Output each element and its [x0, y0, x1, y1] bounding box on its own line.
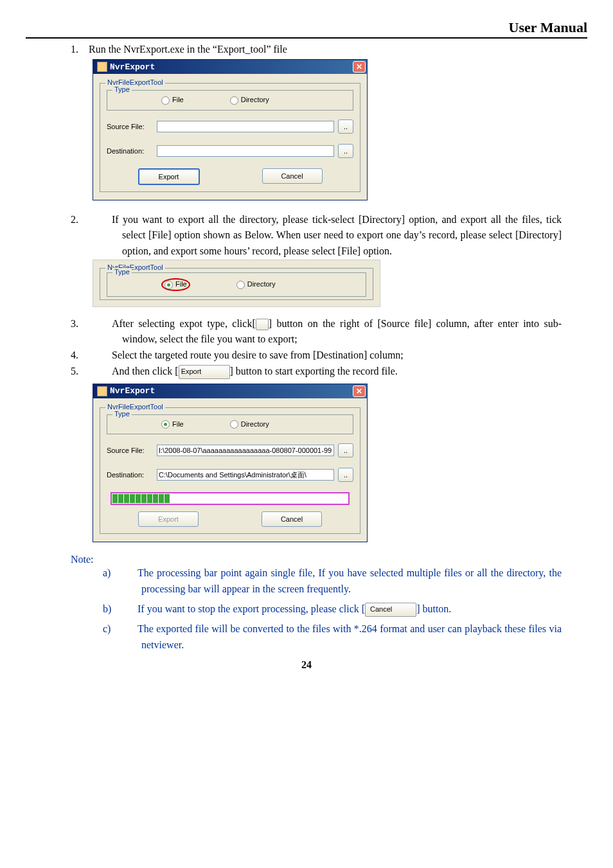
- destination-input[interactable]: [157, 145, 334, 157]
- note-text: The processing bar point again single fi…: [138, 567, 562, 594]
- source-file-input[interactable]: [157, 445, 334, 456]
- step-num: 4.: [96, 348, 112, 364]
- text-a: And then click [: [112, 366, 179, 376]
- step-2: 2.If you want to export all the director…: [96, 212, 562, 260]
- browse-dest-button[interactable]: ..: [338, 468, 353, 482]
- step-3: 3.After selecting expot type, click[..] …: [96, 316, 562, 348]
- source-label: Source File:: [107, 123, 153, 130]
- step-1: 1. Run the NvrExport.exe in the “Export_…: [71, 44, 587, 55]
- browse-dest-button[interactable]: ..: [338, 144, 353, 158]
- type-label: Type: [112, 85, 132, 93]
- nvrexport-dialog-1: NvrExport ✕ NvrFileExportTool Type File …: [93, 59, 368, 200]
- text-a: If you want to stop the export processin…: [138, 603, 365, 614]
- step-text: Run the NvrExport.exe in the “Export_too…: [89, 44, 287, 55]
- cancel-button[interactable]: Cancel: [262, 168, 323, 184]
- cancel-inline-button: Cancel: [365, 603, 416, 617]
- title-text: NvrExport: [110, 62, 155, 72]
- titlebar: NvrExport ✕: [93, 60, 367, 74]
- export-tool-group: NvrFileExportTool Type File Directory So…: [100, 407, 360, 535]
- close-icon[interactable]: ✕: [353, 61, 366, 73]
- note-letter: b): [122, 601, 138, 617]
- nvrexport-dialog-2: NvrExport ✕ NvrFileExportTool Type File …: [93, 384, 368, 543]
- step-num: 2.: [96, 212, 112, 228]
- radio-file[interactable]: File: [161, 96, 184, 105]
- radio-directory[interactable]: Directory: [236, 280, 276, 289]
- note-letter: a): [122, 565, 138, 581]
- text-b: ] button.: [416, 603, 451, 614]
- step-5: 5.And then click [Export] button to star…: [96, 364, 562, 380]
- type-label: Type: [112, 268, 132, 276]
- dest-label: Destination:: [107, 471, 153, 479]
- export-inline-button: Export: [179, 365, 230, 379]
- step-text: If you want to export all the directory,…: [112, 214, 562, 257]
- step-text: Select the targeted route you desire to …: [112, 350, 404, 360]
- step-num: 3.: [96, 316, 112, 332]
- titlebar: NvrExport ✕: [93, 384, 367, 398]
- destination-input[interactable]: [157, 469, 334, 481]
- browse-source-button[interactable]: ..: [338, 443, 353, 457]
- note-b: b)If you want to stop the export process…: [122, 601, 562, 617]
- radio-file[interactable]: File: [161, 420, 184, 429]
- progress-bar: [111, 492, 350, 505]
- text-b: ] button to start exporting the record f…: [230, 366, 398, 376]
- title-text: NvrExport: [110, 386, 155, 396]
- type-group: Type File Directory: [107, 90, 353, 111]
- browse-icon: ..: [256, 319, 269, 330]
- step-num: 1.: [71, 44, 86, 55]
- step-4: 4.Select the targeted route you desire t…: [96, 348, 562, 364]
- type-group: Type File Directory: [107, 414, 353, 435]
- export-button: Export: [138, 511, 199, 527]
- type-snippet: NvrFileExportTool Type File Directory: [93, 260, 380, 307]
- app-icon: [97, 62, 107, 72]
- note-text: The exported file will be converted to t…: [138, 623, 562, 650]
- note-a: a)The processing bar point again single …: [122, 565, 562, 598]
- export-button[interactable]: Export: [138, 168, 200, 185]
- dest-label: Destination:: [107, 147, 153, 155]
- step-num: 5.: [96, 364, 112, 380]
- page-number: 24: [0, 659, 613, 671]
- text-a: After selecting expot type, click[: [112, 318, 256, 329]
- radio-directory[interactable]: Directory: [230, 96, 269, 105]
- note-label: Note:: [71, 554, 587, 565]
- radio-file-selected[interactable]: File: [161, 278, 190, 291]
- header-rule: [26, 37, 587, 39]
- browse-source-button[interactable]: ..: [338, 120, 353, 134]
- source-file-input[interactable]: [157, 121, 334, 132]
- source-label: Source File:: [107, 447, 153, 454]
- cancel-button[interactable]: Cancel: [262, 511, 322, 527]
- type-label: Type: [112, 410, 132, 418]
- app-icon: [97, 386, 107, 396]
- page-header: User Manual: [26, 19, 587, 36]
- note-letter: c): [122, 621, 138, 637]
- note-c: c)The exported file will be converted to…: [122, 621, 562, 653]
- export-tool-group: NvrFileExportTool Type File Directory So…: [100, 83, 360, 192]
- close-icon[interactable]: ✕: [353, 385, 366, 397]
- radio-directory[interactable]: Directory: [230, 420, 269, 429]
